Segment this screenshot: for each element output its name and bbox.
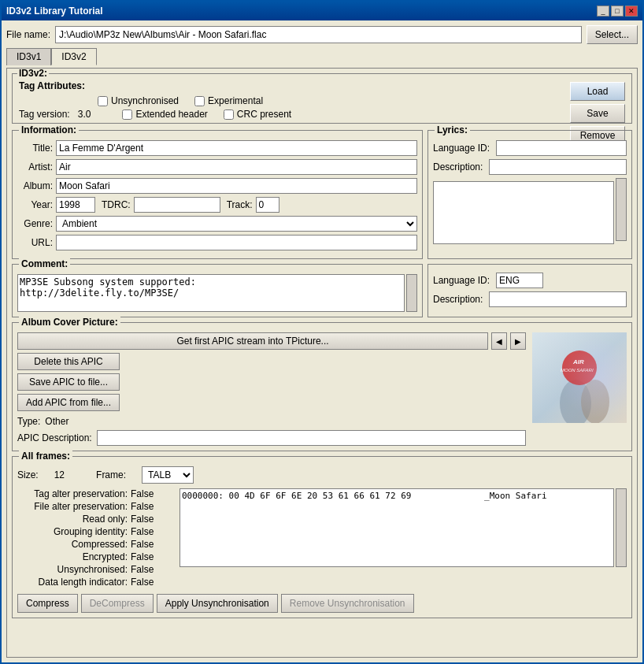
comment-lang-row: Language ID: xyxy=(433,273,627,288)
id3v2-box: ID3v2: Tag Attributes: Unsynchronised Ex… xyxy=(12,73,632,124)
frames-attrs: Tag alter preservation: False File alter… xyxy=(17,488,175,589)
delete-apic-button[interactable]: Delete this APIC xyxy=(17,353,120,370)
track-input[interactable] xyxy=(256,197,279,213)
compress-button[interactable]: Compress xyxy=(17,594,78,613)
comment-desc-row: Description: xyxy=(433,291,627,307)
apic-desc-input[interactable] xyxy=(97,430,526,446)
maximize-button[interactable]: □ xyxy=(611,6,624,17)
apic-prev-button[interactable]: ◀ xyxy=(491,332,507,350)
decompress-button[interactable]: DeCompress xyxy=(81,594,154,613)
attr-tag-alter-label: Tag alter preservation: xyxy=(17,488,128,499)
comment-desc-input[interactable] xyxy=(489,291,627,307)
lyrics-desc-row: Description: xyxy=(433,159,627,175)
crc-present-check[interactable]: CRC present xyxy=(224,109,291,120)
url-input[interactable] xyxy=(56,235,417,250)
lyrics-desc-input[interactable] xyxy=(489,159,627,175)
file-name-label: File name: xyxy=(6,29,50,40)
experimental-checkbox[interactable] xyxy=(194,96,205,106)
hex-scrollbar[interactable] xyxy=(616,488,627,567)
minimize-button[interactable]: _ xyxy=(597,6,609,17)
version-row: Tag version: 3.0 xyxy=(19,109,91,120)
file-path-input[interactable] xyxy=(55,26,582,43)
attr-tag-alter-value: False xyxy=(131,488,154,499)
album-inner: Get first APIC stream into TPicture... ◀… xyxy=(17,332,627,446)
apic-next-button[interactable]: ▶ xyxy=(510,332,526,350)
frames-body: Tag alter preservation: False File alter… xyxy=(17,488,627,589)
get-apic-button[interactable]: Get first APIC stream into TPicture... xyxy=(17,332,488,350)
lyrics-lang-row: Language ID: xyxy=(433,140,627,156)
title-label: Title: xyxy=(17,143,53,154)
attr-read-only-label: Read only: xyxy=(17,514,128,525)
lyrics-content-area xyxy=(433,178,627,244)
attr-compressed: Compressed: False xyxy=(17,539,175,550)
tdrc-input[interactable] xyxy=(134,197,220,213)
comment-section: Comment: MP3SE Subsong system supported:… xyxy=(12,264,423,317)
lyrics-content-textarea[interactable] xyxy=(433,181,614,244)
title-input[interactable] xyxy=(56,140,417,156)
type-value: Other xyxy=(45,416,68,427)
artist-row: Artist: xyxy=(17,159,417,175)
lyrics-lang-label: Language ID: xyxy=(433,143,490,154)
tab-id3v1[interactable]: ID3v1 xyxy=(6,48,51,65)
extended-header-check[interactable]: Extended header xyxy=(122,109,207,120)
attr-read-only-value: False xyxy=(131,514,154,525)
lyrics-fields: Language ID: Description: xyxy=(433,140,627,244)
tab-content-id3v2: ID3v2: Tag Attributes: Unsynchronised Ex… xyxy=(6,68,638,658)
save-button[interactable]: Save xyxy=(570,104,625,123)
album-cover-image: AIR MOON SAFARI xyxy=(532,332,627,423)
comment-desc-label: Description: xyxy=(433,294,483,305)
comment-scrollbar[interactable] xyxy=(406,274,417,312)
artist-input[interactable] xyxy=(56,159,417,175)
apic-desc-row: APIC Description: xyxy=(17,430,526,446)
all-frames-title: All frames: xyxy=(19,451,72,462)
id3v2-inner: Tag Attributes: Unsynchronised Experimen… xyxy=(19,80,625,120)
info-fields: Title: Artist: Album: Year: xyxy=(17,140,417,250)
frame-select[interactable]: TALB TIT2 TPE1 TDRC TRCK TCON APIC COMM … xyxy=(142,466,194,484)
bottom-action-btns: Compress DeCompress Apply Unsynchronisat… xyxy=(17,594,627,613)
comment-content-area: MP3SE Subsong system supported: http://3… xyxy=(17,274,417,312)
lyrics-desc-label: Description: xyxy=(433,161,483,172)
attr-compressed-label: Compressed: xyxy=(17,539,128,550)
type-row: Type: Other xyxy=(17,416,526,427)
load-button[interactable]: Load xyxy=(570,82,625,101)
file-row: File name: Select... xyxy=(6,25,638,44)
year-input[interactable] xyxy=(56,197,95,213)
frames-hex-area: 0000000: 00 4D 6F 6F 6E 20 53 61 66 61 7… xyxy=(180,488,627,589)
attr-encrypted-label: Encrypted: xyxy=(17,551,128,562)
unsynchronised-checkbox[interactable] xyxy=(98,96,108,106)
size-label: Size: xyxy=(17,469,39,480)
comment-textarea[interactable]: MP3SE Subsong system supported: http://3… xyxy=(17,274,405,312)
select-button[interactable]: Select... xyxy=(587,25,638,44)
crc-present-checkbox[interactable] xyxy=(224,109,234,120)
comment-lang-label: Language ID: xyxy=(433,275,490,286)
experimental-check[interactable]: Experimental xyxy=(194,95,263,106)
apic-nav: Get first APIC stream into TPicture... ◀… xyxy=(17,332,526,350)
album-input[interactable] xyxy=(56,178,417,194)
hex-content-textarea[interactable]: 0000000: 00 4D 6F 6F 6E 20 53 61 66 61 7… xyxy=(180,488,614,567)
lyrics-scrollbar[interactable] xyxy=(616,178,627,241)
attr-tag-alter: Tag alter preservation: False xyxy=(17,488,175,499)
year-label: Year: xyxy=(17,199,53,210)
tdrc-label: TDRC: xyxy=(102,199,131,210)
save-apic-button[interactable]: Save APIC to file... xyxy=(17,373,120,391)
close-button[interactable]: ✕ xyxy=(625,6,638,17)
album-label: Album: xyxy=(17,180,53,191)
attr-grouping-value: False xyxy=(131,526,154,537)
attr-file-alter-value: False xyxy=(131,501,154,512)
hex-textarea-area: 0000000: 00 4D 6F 6F 6E 20 53 61 66 61 7… xyxy=(180,488,627,567)
genre-select[interactable]: Ambient Rock Pop Electronic Jazz xyxy=(56,216,417,232)
year-tdrc-track-row: Year: TDRC: Track: xyxy=(17,197,417,213)
tab-id3v2[interactable]: ID3v2 xyxy=(51,48,96,65)
lyrics-lang-input[interactable] xyxy=(496,140,627,156)
comment-lang-input[interactable] xyxy=(496,273,543,288)
information-section-title: Information: xyxy=(19,124,79,135)
title-row: Title: xyxy=(17,140,417,156)
url-label: URL: xyxy=(17,237,53,248)
apply-unsync-button[interactable]: Apply Unsynchronisation xyxy=(157,594,278,613)
extended-header-checkbox[interactable] xyxy=(122,109,132,120)
unsynchronised-check[interactable]: Unsynchronised xyxy=(98,95,179,106)
remove-unsync-button[interactable]: Remove Unsynchronisation xyxy=(281,594,414,613)
apic-desc-label: APIC Description: xyxy=(17,432,92,443)
main-content: File name: Select... ID3v1 ID3v2 ID3v2: … xyxy=(2,20,642,662)
add-apic-button[interactable]: Add APIC from file... xyxy=(17,394,120,411)
